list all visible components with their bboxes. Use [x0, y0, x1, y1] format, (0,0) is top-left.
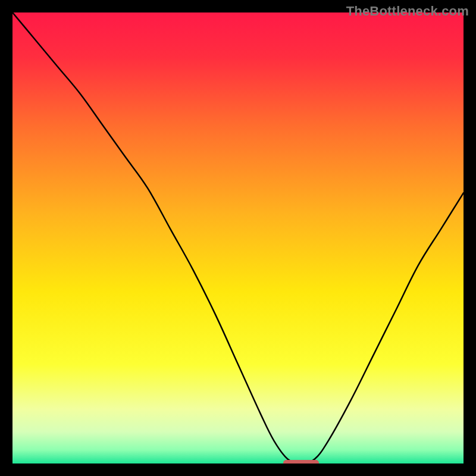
optimal-marker	[283, 460, 320, 464]
watermark-text: TheBottleneck.com	[346, 4, 469, 19]
plot-area	[12, 12, 464, 464]
chart-container: TheBottleneck.com	[0, 0, 476, 476]
bottleneck-curve	[12, 12, 464, 464]
